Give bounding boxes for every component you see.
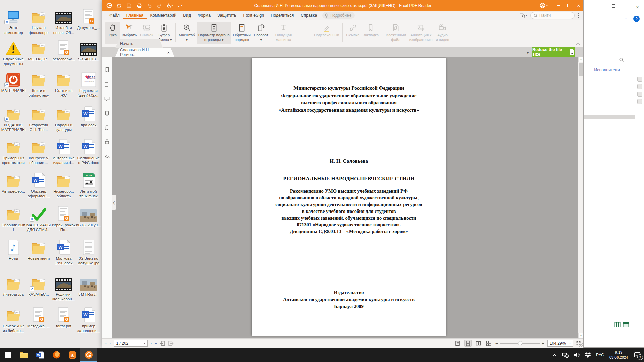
menu-главная[interactable]: Главная xyxy=(123,13,147,19)
scroll-down-button[interactable]: ▼ xyxy=(578,333,584,338)
zoom-out-icon[interactable]: − xyxy=(495,341,498,346)
word-taskbar-icon[interactable]: W xyxy=(32,348,48,362)
continuous-facing-view-icon[interactable] xyxy=(485,340,492,347)
language-indicator[interactable]: РУС xyxy=(593,353,607,357)
continuous-view-icon[interactable] xyxy=(464,340,472,347)
menu-вид[interactable]: Вид xyxy=(180,13,194,18)
next-view-icon[interactable] xyxy=(168,340,174,346)
first-page-button[interactable]: « xyxy=(105,341,107,346)
desktop-item[interactable]: КАЗАЧЕС... xyxy=(26,275,51,297)
start-button[interactable] xyxy=(0,348,16,362)
last-page-button[interactable]: » xyxy=(154,341,157,346)
desktop-item[interactable]: Народы и культуры xyxy=(51,106,76,132)
desktop-item[interactable]: 2024ГОД СЕМЬИГод семьи (цвет)@2x... xyxy=(76,71,101,98)
desktop-item[interactable]: Сборник Вып 1 xyxy=(1,205,26,232)
close-button[interactable]: × xyxy=(574,0,584,11)
scrollbar-thumb[interactable] xyxy=(579,63,583,76)
page-number-field[interactable]: 1 / 202 ▾ xyxy=(114,340,148,347)
volume-icon[interactable] xyxy=(571,348,582,362)
network-icon[interactable] xyxy=(560,348,571,362)
desktop-item[interactable]: WМалкова 1990.docx xyxy=(51,239,76,265)
desktop-item[interactable]: Wвра.docx xyxy=(76,106,101,127)
desktop-item[interactable]: 5MTjRurJ... xyxy=(76,275,101,297)
zoom-level-field[interactable]: 104,29% ▾ xyxy=(547,340,573,347)
zoom-slider[interactable]: − + xyxy=(495,341,544,346)
foxit-taskbar-icon[interactable] xyxy=(80,348,97,362)
desktop-item[interactable]: Новые книги xyxy=(26,239,51,261)
desktop-item[interactable]: Книги в библиотеку xyxy=(26,71,51,98)
bg-collapse-icon[interactable]: ⌃ xyxy=(625,17,627,21)
menu-комментарий[interactable]: Комментарий xyxy=(147,13,180,18)
dropbox-icon[interactable] xyxy=(582,348,593,362)
print-icon[interactable] xyxy=(135,2,144,10)
single-page-view-icon[interactable] xyxy=(454,340,461,347)
desktop-item[interactable]: МЕТОДСР... xyxy=(26,40,51,61)
bg-table-icons[interactable] xyxy=(614,322,629,327)
desktop-item[interactable]: Gtartar.pdf xyxy=(51,307,76,328)
advanced-search-icon[interactable]: ▾ xyxy=(520,13,527,18)
tab-close-icon[interactable]: × xyxy=(164,50,170,55)
reduce-file-size-button[interactable]: Reduce the file size xyxy=(532,47,575,57)
desktop-item[interactable]: ♪Ноты xyxy=(1,239,26,261)
start-tab[interactable]: Начать xyxy=(115,39,163,48)
collapse-ribbon-button[interactable] xyxy=(576,42,580,46)
desktop-item[interactable]: МАТЕРИАЛЫ xyxy=(1,71,26,93)
table-icon[interactable] xyxy=(614,322,621,327)
page-thumbnails-panel-icon[interactable] xyxy=(104,81,110,87)
ribbon-zoom-button[interactable]: Масштаб▾ xyxy=(177,22,197,44)
menu-форма[interactable]: Форма xyxy=(194,13,214,18)
comments-panel-icon[interactable] xyxy=(104,96,110,102)
menu-поделиться[interactable]: Поделиться xyxy=(267,13,297,18)
desktop-item[interactable]: Gperechen-v... xyxy=(51,40,76,61)
desktop-item[interactable]: GМетодика_... xyxy=(26,307,51,328)
bg-search-field[interactable] xyxy=(586,56,626,63)
desktop-item[interactable]: WОбразец оформлен... xyxy=(26,172,51,198)
desktop-item[interactable]: Примеры из хрестоматии xyxy=(1,138,26,165)
desktop-item[interactable]: Конгресс V сборник ... xyxy=(26,138,51,165)
clock[interactable]: 9:19 03.06.2024 xyxy=(607,350,631,360)
maximize-button[interactable] xyxy=(564,0,574,11)
bookmarks-panel-icon[interactable] xyxy=(104,67,110,73)
desktop-item[interactable]: nBT8_k0Lyu... xyxy=(76,205,101,227)
foxit-logo-icon[interactable] xyxy=(105,2,113,10)
document-tab[interactable]: Соловьева И.Н. Регион...× xyxy=(115,48,174,57)
zoom-slider-thumb[interactable] xyxy=(518,341,522,345)
desktop-item[interactable]: 02 Вниз по матушке.jpg xyxy=(76,239,101,265)
desktop-item[interactable]: Родники. Фольклорн... xyxy=(51,275,76,301)
bg-edge-buttons[interactable] xyxy=(637,77,642,104)
desktop-item[interactable]: Этот компьютер xyxy=(1,8,26,35)
desktop-item[interactable]: GИграй, рожок -По... xyxy=(51,205,76,232)
attachments-panel-icon[interactable] xyxy=(104,124,110,130)
tab-list-dropdown-icon[interactable]: ▼ xyxy=(526,51,529,55)
customize-toolbar-icon[interactable]: ▾ xyxy=(175,2,184,10)
menu-справка[interactable]: Справка xyxy=(297,13,320,18)
notification-center-icon[interactable]: 2 xyxy=(631,348,644,362)
desktop-item[interactable]: МАТЕРИАЛЫ ДЛЯ СЕМИ... xyxy=(26,205,51,232)
desktop-item[interactable]: Авторефер... xyxy=(1,172,26,194)
scroll-up-button[interactable]: ▲ xyxy=(578,57,584,62)
desktop-item[interactable]: GДокумент_... xyxy=(76,8,101,30)
zoom-in-icon[interactable]: + xyxy=(542,341,544,346)
bg-minimize-button[interactable]: — xyxy=(586,5,591,10)
hidden-icons-chevron[interactable] xyxy=(549,348,560,362)
menu-защитить[interactable]: Защитить xyxy=(214,13,240,18)
desktop-item[interactable]: WИнтересные издания.d... xyxy=(51,138,76,165)
artists-link[interactable]: Исполнители xyxy=(584,68,630,72)
desktop-item[interactable]: Наука о фольклоре xyxy=(26,8,51,35)
ribbon-reverse-order-button[interactable]: Обратныйпорядок xyxy=(231,22,252,44)
signature-panel-icon[interactable] xyxy=(104,153,110,159)
resize-grip[interactable] xyxy=(579,343,583,347)
desktop-item[interactable]: Список книг из библио... xyxy=(1,307,26,333)
desktop-item[interactable]: WСоглашение с РФС.docx xyxy=(76,138,101,165)
desktop-item[interactable]: Литература xyxy=(1,275,26,297)
account-icon[interactable]: ▾ xyxy=(537,0,550,11)
ribbon-fit-page-button[interactable]: Параметр подгонастраницы ▾ xyxy=(197,22,231,44)
bg-maximize-button[interactable] xyxy=(612,4,615,8)
desktop-item[interactable]: ИЗДАНИЯ МАТЕРИАЛЫ xyxy=(1,106,26,132)
previous-view-icon[interactable] xyxy=(159,340,165,346)
security-panel-icon[interactable] xyxy=(104,139,110,145)
desktop-item[interactable]: Статьи из ЖС xyxy=(51,71,76,98)
desktop-item[interactable]: MUSXЛети мой танк.musx xyxy=(76,172,101,198)
firefox-taskbar-icon[interactable] xyxy=(48,348,64,362)
next-page-button[interactable]: › xyxy=(150,341,152,346)
